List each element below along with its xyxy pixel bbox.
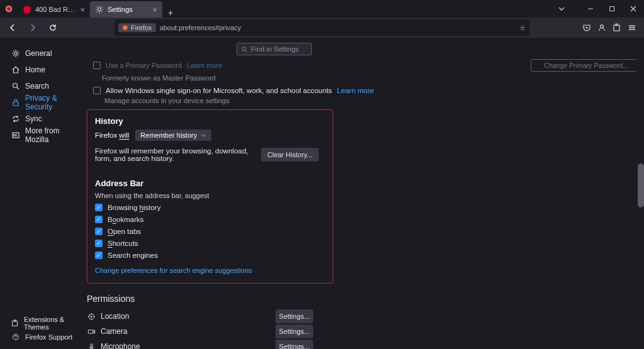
clear-history-button[interactable]: Clear History...	[261, 148, 319, 162]
change-search-prefs-link[interactable]: Change preferences for search engine sug…	[95, 267, 325, 274]
addressbar-heading: Address Bar	[95, 179, 325, 188]
close-icon[interactable]: ×	[152, 6, 157, 14]
checkbox[interactable]: ✓	[95, 228, 103, 235]
sidebar-label: Privacy & Security	[25, 94, 78, 111]
perm-label: Location	[101, 312, 129, 321]
titlebar: 400 Bad Request × Settings × +	[0, 0, 644, 18]
learn-more-link[interactable]: Learn more	[337, 87, 374, 94]
tabs-dropdown-button[interactable]	[551, 0, 572, 18]
search-icon	[11, 82, 20, 91]
svg-rect-15	[13, 321, 18, 326]
change-password-button[interactable]: Change Primary Password...	[531, 59, 641, 72]
scrollbar-track[interactable]	[636, 38, 644, 333]
sidebar-item-home[interactable]: Home	[8, 62, 82, 78]
svg-point-6	[123, 25, 128, 30]
gear-icon	[11, 49, 20, 58]
checkbox[interactable]: ✓	[95, 216, 103, 223]
location-icon	[87, 312, 96, 321]
history-heading: History	[95, 116, 325, 126]
select-value: Remember history	[140, 131, 197, 139]
back-button[interactable]	[4, 19, 21, 36]
firefox-will-label: Firefox will	[95, 131, 129, 139]
svg-point-1	[7, 7, 11, 11]
tab-settings[interactable]: Settings ×	[90, 1, 162, 18]
maximize-button[interactable]	[601, 0, 623, 18]
learn-more-link[interactable]: Learn more	[187, 62, 222, 69]
svg-point-21	[91, 316, 92, 318]
close-icon[interactable]: ×	[80, 6, 85, 14]
reload-button[interactable]	[44, 19, 62, 36]
perm-label: Microphone	[101, 342, 140, 349]
svg-rect-5	[610, 7, 614, 11]
minimize-button[interactable]	[580, 0, 601, 18]
svg-rect-23	[91, 343, 92, 347]
forward-button[interactable]	[24, 19, 42, 36]
angular-icon	[23, 5, 31, 14]
history-mode-select[interactable]: Remember history	[135, 130, 211, 141]
microphone-icon	[87, 342, 96, 349]
sidebar-item-privacy[interactable]: Privacy & Security	[8, 94, 82, 111]
perm-row-location: Location Settings...	[87, 309, 313, 324]
opt-browsing-history: ✓Browsing history	[95, 204, 325, 211]
bookmark-star-icon[interactable]: ☆	[519, 24, 526, 32]
svg-rect-8	[614, 25, 619, 31]
opt-label: Search engines	[108, 252, 158, 259]
sso-checkbox[interactable]	[93, 87, 101, 94]
perm-settings-button[interactable]: Settings...	[275, 309, 313, 323]
formerly-text: Formerly known as Master Password	[102, 74, 644, 82]
opt-bookmarks: ✓Bookmarks	[95, 216, 325, 223]
checkbox[interactable]: ✓	[95, 240, 103, 247]
content-area: General Home Search Privacy & Security S…	[0, 38, 644, 349]
svg-rect-22	[88, 330, 92, 333]
main-panel: Find in Settings Use a Primary Password …	[82, 38, 644, 349]
tab-title: 400 Bad Request	[35, 6, 76, 13]
mozilla-icon	[11, 131, 20, 140]
sidebar-item-sync[interactable]: Sync	[8, 111, 82, 127]
svg-point-18	[242, 47, 246, 50]
sso-label: Allow Windows single sign-on for Microso…	[106, 87, 332, 94]
partial-row: Use a Primary Password Learn more Change…	[93, 59, 644, 72]
highlighted-region: History Firefox will Remember history Fi…	[87, 109, 333, 284]
address-bar[interactable]: Firefox about:preferences#privacy ☆	[114, 19, 530, 36]
manage-accounts-text: Manage accounts in your device settings	[104, 97, 644, 104]
sidebar-item-more[interactable]: More from Mozilla	[8, 127, 82, 143]
newtab-button[interactable]: +	[162, 8, 179, 18]
scroll-pane: Use a Primary Password Learn more Change…	[87, 58, 644, 349]
account-icon[interactable]	[597, 23, 606, 32]
sidebar-label: Extensions & Themes	[24, 316, 78, 331]
checkbox[interactable]: ✓	[95, 252, 103, 259]
perm-settings-button[interactable]: Settings...	[275, 340, 313, 349]
svg-line-12	[17, 87, 19, 89]
checkbox[interactable]	[93, 62, 101, 69]
sidebar-label: Sync	[25, 114, 42, 123]
sidebar-label: General	[25, 49, 52, 58]
perm-row-microphone: Microphone Settings...	[87, 339, 313, 349]
opt-search-engines: ✓Search engines	[95, 252, 325, 259]
addressbar-options: ✓Browsing history ✓Bookmarks ✓Open tabs …	[95, 204, 325, 259]
find-in-settings-input[interactable]: Find in Settings	[236, 43, 312, 55]
identity-chip[interactable]: Firefox	[118, 23, 156, 32]
svg-rect-9	[616, 24, 618, 26]
sidebar-item-general[interactable]: General	[8, 45, 82, 62]
app-menu-icon[interactable]	[628, 23, 636, 32]
tab-bad-request[interactable]: 400 Bad Request ×	[18, 1, 90, 18]
sidebar-bottom: Extensions & Themes Firefox Support	[8, 316, 82, 344]
scrollbar-thumb[interactable]	[638, 163, 644, 208]
extensions-icon[interactable]	[613, 23, 621, 32]
permissions-section: Permissions Location Settings... Camera …	[87, 294, 313, 349]
history-desc: Firefox will remember your browsing, dow…	[95, 147, 252, 162]
toolbar-right	[582, 23, 640, 32]
opt-label: Bookmarks	[108, 216, 144, 223]
tabstrip: 400 Bad Request × Settings × +	[18, 0, 179, 18]
sidebar-item-support[interactable]: Firefox Support	[8, 330, 82, 344]
sidebar-item-extensions[interactable]: Extensions & Themes	[8, 316, 82, 330]
sidebar-label: Firefox Support	[25, 333, 72, 341]
svg-point-3	[97, 8, 101, 11]
save-pocket-icon[interactable]	[582, 23, 591, 32]
close-button[interactable]	[623, 0, 644, 18]
perm-settings-button[interactable]: Settings...	[275, 324, 313, 338]
svg-rect-13	[13, 102, 18, 106]
perm-row-camera: Camera Settings...	[87, 324, 313, 339]
sidebar-item-search[interactable]: Search	[8, 78, 82, 94]
checkbox[interactable]: ✓	[95, 204, 103, 211]
